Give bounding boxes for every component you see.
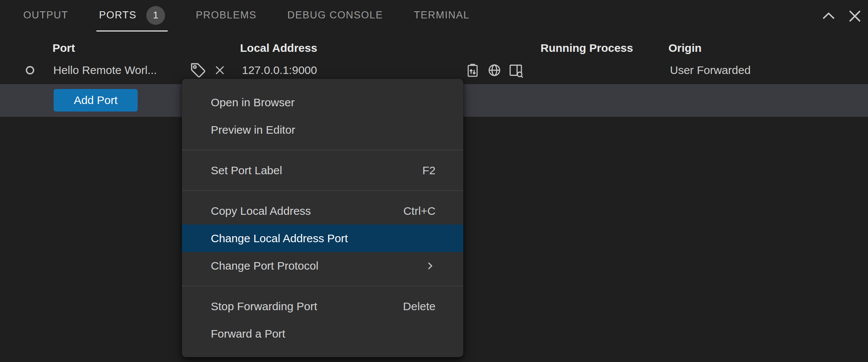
chevron-up-icon	[820, 8, 837, 25]
close-icon	[214, 64, 226, 76]
menu-item-stop-forwarding-port[interactable]: Stop Forwarding Port Delete	[182, 293, 463, 320]
circle-outline-icon	[25, 65, 35, 75]
menu-shortcut: F2	[422, 164, 436, 177]
tab-debug-console-label: DEBUG CONSOLE	[287, 9, 383, 21]
tab-debug-console[interactable]: DEBUG CONSOLE	[285, 0, 386, 32]
menu-item-label: Forward a Port	[211, 327, 285, 340]
stop-forwarding-button[interactable]	[211, 62, 228, 79]
menu-item-label: Change Port Protocol	[211, 259, 318, 272]
header-running-process: Running Process	[541, 39, 633, 56]
tab-output[interactable]: OUTPUT	[21, 0, 71, 32]
tab-ports-label: PORTS	[99, 9, 137, 21]
tab-problems[interactable]: PROBLEMS	[193, 0, 259, 32]
panel-window-controls	[818, 5, 866, 27]
port-context-menu: Open in Browser Preview in Editor Set Po…	[182, 79, 463, 357]
menu-item-label: Change Local Address Port	[211, 232, 348, 245]
menu-item-forward-a-port[interactable]: Forward a Port	[182, 320, 463, 347]
menu-item-label: Stop Forwarding Port	[211, 300, 317, 313]
menu-shortcut: Ctrl+C	[403, 205, 436, 217]
submenu-chevron-icon	[424, 260, 436, 272]
add-port-button[interactable]: Add Port	[54, 89, 138, 112]
tag-icon	[190, 62, 206, 78]
ports-count-badge: 1	[146, 6, 165, 25]
menu-item-label: Open in Browser	[211, 96, 294, 109]
close-panel-button[interactable]	[844, 5, 866, 27]
header-origin: Origin	[668, 39, 701, 56]
maximize-panel-button[interactable]	[818, 5, 839, 27]
menu-separator	[182, 286, 463, 286]
close-icon	[846, 8, 863, 25]
preview-in-editor-button[interactable]	[509, 62, 524, 78]
copy-local-address-button[interactable]	[465, 62, 480, 78]
open-preview-icon	[509, 63, 524, 78]
menu-item-label: Copy Local Address	[211, 205, 311, 217]
tab-ports[interactable]: PORTS 1	[96, 0, 168, 32]
menu-separator	[182, 190, 463, 191]
menu-item-change-port-protocol[interactable]: Change Port Protocol	[182, 252, 463, 279]
port-label: Hello Remote Worl...	[53, 64, 157, 77]
globe-icon	[487, 63, 502, 78]
panel-tabbar: OUTPUT PORTS 1 PROBLEMS DEBUG CONSOLE TE…	[0, 0, 868, 32]
tab-output-label: OUTPUT	[23, 9, 68, 21]
set-port-label-button[interactable]	[189, 61, 207, 80]
local-address-value: 127.0.0.1:9000	[242, 64, 317, 77]
menu-item-label: Preview in Editor	[211, 124, 295, 136]
ports-panel: OUTPUT PORTS 1 PROBLEMS DEBUG CONSOLE TE…	[0, 0, 868, 362]
open-in-browser-button[interactable]	[487, 62, 502, 78]
menu-item-preview-in-editor[interactable]: Preview in Editor	[182, 116, 463, 143]
address-inline-actions	[465, 62, 524, 78]
menu-item-copy-local-address[interactable]: Copy Local Address Ctrl+C	[182, 197, 463, 225]
tab-terminal[interactable]: TERMINAL	[411, 0, 472, 32]
copy-local-address-icon	[466, 63, 480, 78]
menu-shortcut: Delete	[403, 300, 436, 313]
header-port: Port	[53, 39, 75, 56]
menu-item-set-port-label[interactable]: Set Port Label F2	[182, 157, 463, 184]
menu-separator	[182, 150, 463, 150]
tab-terminal-label: TERMINAL	[414, 9, 470, 21]
origin-value: User Forwarded	[670, 64, 751, 77]
menu-item-change-local-address-port[interactable]: Change Local Address Port	[182, 225, 463, 252]
header-local-address: Local Address	[240, 39, 317, 56]
tab-problems-label: PROBLEMS	[196, 9, 257, 21]
menu-item-label: Set Port Label	[211, 164, 282, 177]
menu-item-open-in-browser[interactable]: Open in Browser	[182, 89, 463, 116]
ports-table-header: Port Local Address Running Process Origi…	[0, 39, 868, 56]
